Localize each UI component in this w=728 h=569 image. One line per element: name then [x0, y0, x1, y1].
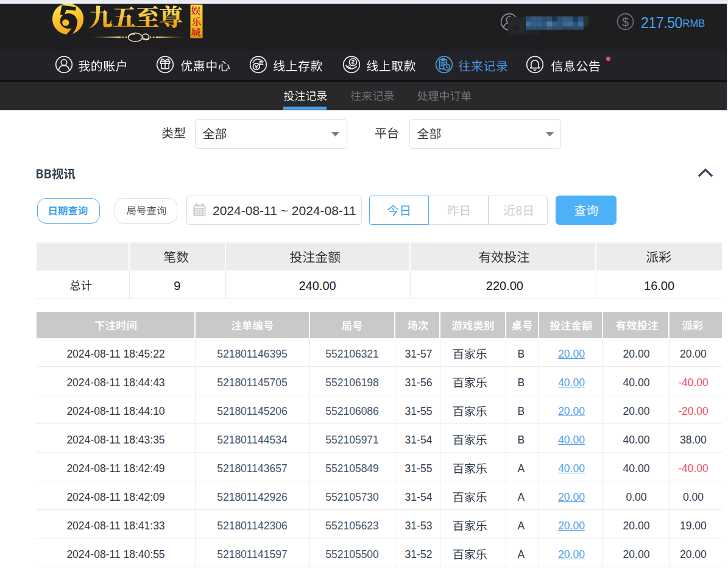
svg-text:$: $: [622, 15, 629, 29]
